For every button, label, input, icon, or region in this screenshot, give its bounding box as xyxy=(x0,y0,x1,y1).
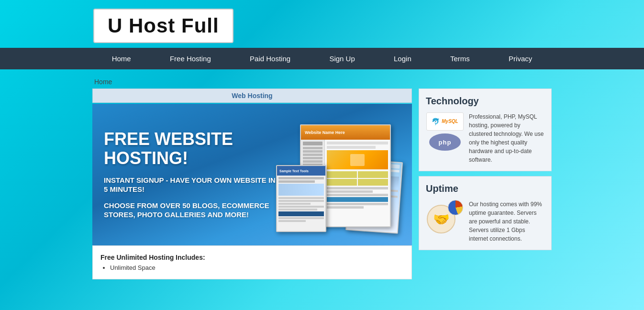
sidebar-uptime-description: Our hosting comes with 99% uptime guaran… xyxy=(469,200,544,243)
pie-chart-icon xyxy=(448,200,463,215)
hero-images: Website Name Here xyxy=(290,117,400,232)
mysql-dolphin-icon: 🐬 xyxy=(432,118,440,125)
sidebar-uptime-title: Uptime xyxy=(426,183,544,194)
sidebar-icon-area-uptime: 🤝 xyxy=(426,200,464,233)
list-item-unlimited-space: Unlimited Space xyxy=(110,264,404,271)
nav-item-login[interactable]: Login xyxy=(384,48,421,69)
sidebar-section-technology: Technology 🐬 MySQL php xyxy=(419,89,552,171)
nav-item-home[interactable]: Home xyxy=(102,48,141,69)
sidebar-uptime-content: 🤝 Our hosting comes with 99% uptime guar… xyxy=(426,200,544,243)
php-logo: php xyxy=(429,133,461,151)
main-wrapper: Home Web Hosting FREE WEBSITE HOSTING! I… xyxy=(92,69,552,279)
nav-item-terms[interactable]: Terms xyxy=(441,48,479,69)
logo-wrapper: U Host Full xyxy=(0,0,644,48)
hero-title: FREE WEBSITE HOSTING! xyxy=(104,130,281,167)
sidebar: Technology 🐬 MySQL php xyxy=(419,89,552,279)
php-label: php xyxy=(439,139,452,146)
sidebar-technology-description: Professional, PHP, MySQL hosting, powere… xyxy=(469,112,544,164)
hero-subtitle: INSTANT SIGNUP - HAVE YOUR OWN WEBSITE I… xyxy=(104,176,281,194)
sidebar-technology-content: 🐬 MySQL php Professional, PHP, MySQL hos… xyxy=(426,112,544,164)
mysql-logo: 🐬 MySQL xyxy=(426,112,464,131)
logo-box: U Host Full xyxy=(93,9,233,43)
hero-features: CHOOSE FROM OVER 50 BLOGS, ECOMMERCE STO… xyxy=(104,201,281,220)
web-hosting-bar: Web Hosting xyxy=(92,89,412,103)
sidebar-technology-title: Technology xyxy=(426,96,544,107)
screen-header-text: Website Name Here xyxy=(305,130,345,135)
hero-banner: FREE WEBSITE HOSTING! INSTANT SIGNUP - H… xyxy=(92,104,412,245)
mock-screen-front: Sample Text Tools xyxy=(276,165,326,232)
hero-text: FREE WEBSITE HOSTING! INSTANT SIGNUP - H… xyxy=(104,130,281,219)
nav-item-free-hosting[interactable]: Free Hosting xyxy=(160,48,221,69)
nav-item-paid-hosting[interactable]: Paid Hosting xyxy=(240,48,300,69)
breadcrumb: Home xyxy=(92,73,552,89)
below-hero: Free Unlimited Hosting Includes: Unlimit… xyxy=(92,245,412,279)
free-unlimited-title: Free Unlimited Hosting Includes: xyxy=(100,254,404,261)
nav-item-privacy[interactable]: Privacy xyxy=(499,48,542,69)
logo-text: U Host Full xyxy=(108,14,219,37)
content-area: Web Hosting FREE WEBSITE HOSTING! INSTAN… xyxy=(92,89,552,279)
nav-inner: Home Free Hosting Paid Hosting Sign Up L… xyxy=(92,48,552,69)
navbar: Home Free Hosting Paid Hosting Sign Up L… xyxy=(0,48,644,69)
sidebar-icon-area-tech: 🐬 MySQL php xyxy=(426,112,464,151)
mysql-label: MySQL xyxy=(442,119,458,124)
uptime-icon-container: 🤝 xyxy=(427,200,463,233)
sidebar-section-uptime: Uptime 🤝 Our hosting comes with 99% upti… xyxy=(419,176,552,250)
main-column: Web Hosting FREE WEBSITE HOSTING! INSTAN… xyxy=(92,89,412,279)
nav-item-sign-up[interactable]: Sign Up xyxy=(320,48,364,69)
